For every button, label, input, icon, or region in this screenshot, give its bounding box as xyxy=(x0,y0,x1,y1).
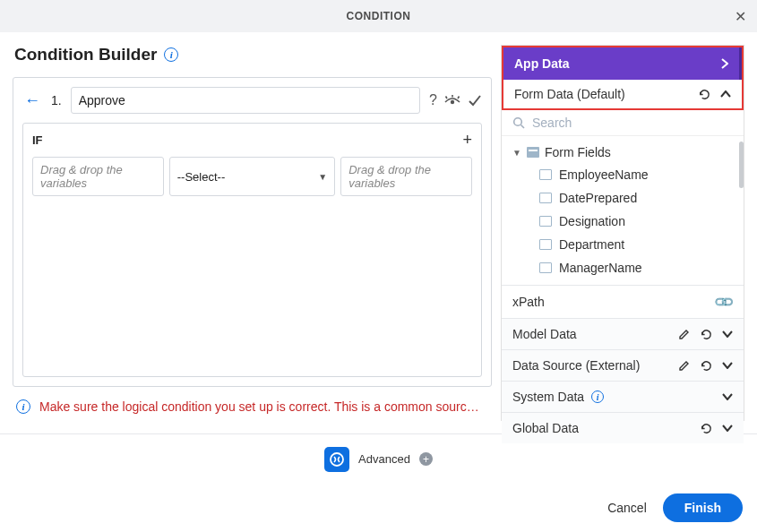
dialog-header: CONDITION ✕ xyxy=(0,0,757,32)
data-source-label: Data Source (External) xyxy=(512,358,640,373)
back-arrow-icon[interactable]: ← xyxy=(22,91,42,110)
chevron-down-icon: ▼ xyxy=(318,172,327,182)
advanced-badge-icon[interactable] xyxy=(324,447,349,472)
form-data-header[interactable]: Form Data (Default) xyxy=(503,80,742,108)
system-data-label: System Data xyxy=(512,390,584,404)
field-label: DatePrepared xyxy=(559,191,637,205)
info-icon: i xyxy=(16,399,30,414)
finish-button[interactable]: Finish xyxy=(663,493,743,522)
model-data-panel[interactable]: Model Data xyxy=(502,318,744,349)
model-data-label: Model Data xyxy=(512,327,577,341)
svg-line-3 xyxy=(458,97,460,99)
footer: Cancel Finish xyxy=(0,484,757,532)
field-icon xyxy=(539,216,552,227)
advanced-label: Advanced xyxy=(358,452,410,466)
field-label: EmployeeName xyxy=(559,167,649,182)
left-panel: Condition Builder i ← 1. ? xyxy=(13,45,492,421)
info-icon[interactable]: i xyxy=(591,390,604,403)
if-block: IF + Drag & drop the variables --Select-… xyxy=(22,123,482,377)
system-data-panel[interactable]: System Data i xyxy=(502,381,744,412)
form-fields-icon xyxy=(527,147,539,158)
condition-name-input[interactable] xyxy=(71,87,420,114)
svg-point-0 xyxy=(451,100,454,104)
field-label: Designation xyxy=(559,214,625,228)
search-icon xyxy=(512,116,525,129)
svg-line-1 xyxy=(446,97,448,99)
field-item[interactable]: DatePrepared xyxy=(512,186,740,210)
caret-down-icon: ▼ xyxy=(512,148,521,158)
add-condition-icon[interactable]: + xyxy=(462,131,472,150)
condition-toolbar: ? xyxy=(429,92,482,108)
field-icon xyxy=(539,262,552,273)
page-title-row: Condition Builder i xyxy=(13,45,492,64)
right-panel: App Data Form Data (Default) xyxy=(501,45,744,421)
right-operand-dropzone[interactable]: Drag & drop the variables xyxy=(340,157,472,196)
field-icon xyxy=(539,193,552,203)
field-label: ManagerName xyxy=(559,261,642,275)
field-item[interactable]: Designation xyxy=(512,210,740,233)
warning-text: Make sure the logical condition you set … xyxy=(39,399,479,414)
form-fields-node[interactable]: ▼ Form Fields xyxy=(512,142,740,163)
advanced-add-icon[interactable]: + xyxy=(419,452,433,466)
page-title: Condition Builder xyxy=(14,45,157,64)
app-data-label: App Data xyxy=(514,56,569,71)
global-data-panel[interactable]: Global Data xyxy=(502,412,744,443)
global-data-label: Global Data xyxy=(512,421,579,435)
condition-box: ← 1. ? IF + D xyxy=(13,77,492,387)
chevron-right-icon xyxy=(721,58,728,69)
left-operand-dropzone[interactable]: Drag & drop the variables xyxy=(32,157,164,196)
chevron-down-icon[interactable] xyxy=(722,393,733,400)
if-header: IF + xyxy=(23,124,481,157)
form-fields-label: Form Fields xyxy=(545,145,611,159)
dialog-title: CONDITION xyxy=(347,10,411,22)
operator-select-label: --Select-- xyxy=(177,170,225,184)
pencil-icon[interactable] xyxy=(678,328,691,340)
highlighted-region: App Data Form Data (Default) xyxy=(502,46,744,110)
refresh-icon[interactable] xyxy=(700,422,713,435)
field-item[interactable]: ManagerName xyxy=(512,256,740,279)
eye-icon[interactable] xyxy=(444,93,460,107)
if-label: IF xyxy=(32,133,43,147)
row-number: 1. xyxy=(51,93,62,107)
refresh-icon[interactable] xyxy=(700,328,713,341)
form-data-label: Form Data (Default) xyxy=(514,87,625,101)
close-icon[interactable]: ✕ xyxy=(735,8,746,25)
xpath-panel[interactable]: xPath 🔗 xyxy=(502,285,744,318)
field-icon xyxy=(539,239,552,250)
refresh-icon[interactable] xyxy=(700,359,713,373)
svg-point-6 xyxy=(331,453,343,466)
scrollbar[interactable] xyxy=(739,142,744,188)
svg-line-5 xyxy=(521,125,525,129)
svg-point-4 xyxy=(514,118,522,126)
app-data-header[interactable]: App Data xyxy=(503,47,742,80)
field-icon xyxy=(539,169,552,180)
condition-name-row: ← 1. ? xyxy=(22,87,482,114)
pencil-icon[interactable] xyxy=(678,359,691,372)
link-icon[interactable]: 🔗 xyxy=(712,290,735,313)
check-icon[interactable] xyxy=(468,93,482,107)
info-icon[interactable]: i xyxy=(164,47,178,62)
field-item[interactable]: EmployeeName xyxy=(512,163,740,186)
chevron-down-icon[interactable] xyxy=(722,362,733,369)
data-source-panel[interactable]: Data Source (External) xyxy=(502,349,744,381)
chevron-down-icon[interactable] xyxy=(722,425,733,432)
cancel-button[interactable]: Cancel xyxy=(607,501,647,515)
field-label: Department xyxy=(559,237,624,252)
refresh-icon[interactable] xyxy=(698,88,711,101)
help-icon[interactable]: ? xyxy=(429,92,437,108)
chevron-down-icon[interactable] xyxy=(722,330,733,338)
form-data-icons xyxy=(698,88,731,101)
condition-expression-row: Drag & drop the variables --Select-- ▼ D… xyxy=(23,157,481,205)
warning-row: i Make sure the logical condition you se… xyxy=(13,392,492,421)
main-content: Condition Builder i ← 1. ? xyxy=(0,32,757,433)
chevron-up-icon[interactable] xyxy=(720,90,731,98)
search-row xyxy=(502,110,744,136)
form-fields-tree: ▼ Form Fields EmployeeName DatePrepared … xyxy=(502,136,744,285)
search-input[interactable] xyxy=(532,116,733,130)
field-item[interactable]: Department xyxy=(512,233,740,256)
operator-select[interactable]: --Select-- ▼ xyxy=(169,157,335,196)
xpath-label: xPath xyxy=(512,295,545,309)
